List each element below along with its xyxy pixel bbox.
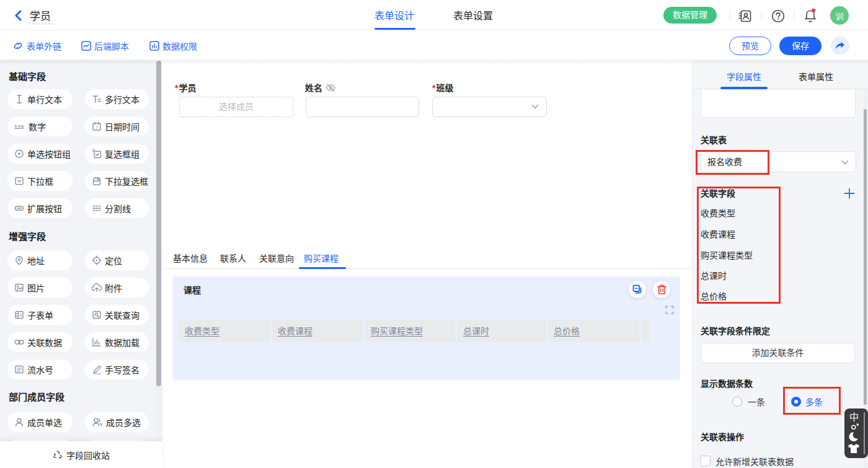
svg-text:7: 7 bbox=[95, 125, 98, 130]
svg-text:123: 123 bbox=[14, 124, 24, 130]
